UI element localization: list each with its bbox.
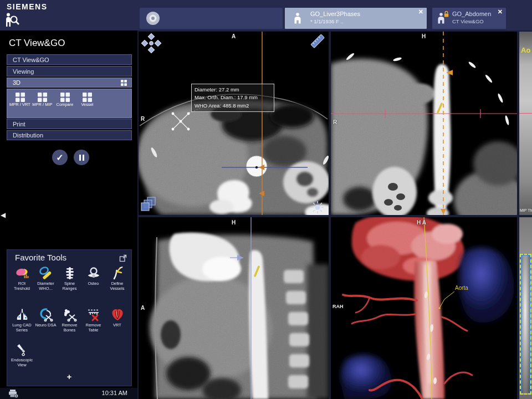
tool-roi-threshold[interactable]: ROI Treshold (10, 265, 34, 291)
orientation-label-left: RAH (332, 304, 344, 309)
layout-label: MPR / VRT (9, 103, 31, 108)
tool-label: Osteo (81, 281, 105, 286)
tool-label: Spine Ranges (58, 281, 81, 291)
tool-label: Diameter WHO... (34, 281, 58, 291)
measurement-line: Diameter: 27.2 mm (195, 86, 271, 94)
layout-mpr-vrt-button[interactable]: MPR / VRT (9, 91, 31, 117)
patient-browser-button[interactable] (140, 8, 283, 29)
vrt-3d-image (331, 217, 517, 399)
tool-label: Neuro DSA (34, 323, 58, 328)
tool-spine-ranges[interactable]: Spine Ranges (58, 265, 81, 291)
menu-item-3d[interactable]: 3D (7, 78, 132, 88)
tab-close-icon[interactable]: ✕ (418, 8, 423, 16)
orientation-label-top: H A (417, 219, 426, 226)
sidebar: CT View&GO CT View&GO Viewing 3D MPR / V… (0, 30, 137, 388)
tab-subtitle: * 1/1/1936 F .. (310, 18, 344, 24)
confirm-button[interactable]: ✓ (52, 150, 68, 165)
ct-sagittal-image (139, 217, 329, 399)
patient-search-icon[interactable] (4, 12, 21, 28)
orientation-label-left: R (141, 116, 145, 122)
tab-title: GO_Liver3Phases (310, 11, 360, 17)
tool-osteo[interactable]: Osteo (81, 265, 105, 291)
tool-row: Endoscopic View (10, 342, 34, 367)
orientation-label-left: R (333, 119, 337, 125)
tool-label: VRT (105, 323, 129, 328)
menu-item-print[interactable]: Print (7, 119, 132, 129)
pause-button[interactable] (74, 150, 89, 165)
tool-vrt[interactable]: VRT (105, 307, 129, 332)
siemens-logo: SIEMENS (7, 2, 48, 11)
status-bar: 10:31 AM (0, 388, 137, 399)
tool-define-vessels[interactable]: Define Vessels (105, 265, 129, 291)
layout-grid-icon (16, 93, 25, 102)
tab-close-icon[interactable]: ✕ (498, 8, 503, 16)
printer-icon[interactable] (8, 389, 19, 398)
viewport-curved-mpr-bottom[interactable] (519, 217, 532, 399)
vrt-icon (110, 308, 125, 322)
patient-tab-liver3phases[interactable]: GO_Liver3Phases * 1/1/1936 F .. ✕ (285, 8, 427, 29)
reference-line (519, 113, 532, 114)
layout-mpr-mip-button[interactable]: MPR / MIP (32, 91, 54, 117)
menu-item-ct-viewgo[interactable]: CT View&GO (7, 54, 132, 65)
menu-item-3d-label: 3D (13, 79, 21, 86)
page-title: CT View&GO (9, 38, 65, 49)
tool-label: ROI Treshold (10, 281, 34, 291)
clock-time: 10:31 AM (102, 390, 127, 396)
tool-row: Lung CAD Series Neuro DSA (10, 307, 129, 332)
layout-compare-button[interactable]: Compare (54, 91, 76, 117)
viewport-axial[interactable]: A R Diameter: 27.2 mm Max. Orth. Diam.: … (139, 32, 329, 215)
tool-lung-cad-series[interactable]: Lung CAD Series (10, 307, 34, 332)
viewport-coronal[interactable]: H R (331, 32, 517, 215)
tool-diameter-who[interactable]: Diameter WHO... (34, 265, 58, 291)
lock-icon (443, 11, 449, 18)
layout-label: Vessel (76, 103, 99, 108)
series-stack-icon[interactable] (141, 197, 157, 212)
viewport-vrt-3d[interactable]: H A RAH Aorta (331, 217, 517, 399)
tool-row: ROI Treshold Diameter WHO... (10, 265, 129, 291)
pause-icon (79, 155, 84, 161)
favorite-tools-panel: Favorite Tools ROI Treshold (7, 249, 132, 386)
top-bar: SIEMENS GO_Liver3Phases * 1/1/1936 F .. … (0, 0, 532, 30)
application-window: SIEMENS GO_Liver3Phases * 1/1/1936 F .. … (0, 0, 532, 399)
viewport-curved-mpr-top[interactable]: Ao MIP Th (519, 32, 532, 215)
menu-item-viewing[interactable]: Viewing (7, 66, 132, 76)
ct-axial-image (139, 32, 329, 215)
menu-item-distribution[interactable]: Distribution (7, 130, 132, 140)
favorite-tools-title: Favorite Tools (15, 253, 66, 262)
ruler-tool-icon[interactable] (308, 33, 327, 49)
tool-remove-bones[interactable]: Remove Bones (58, 307, 81, 332)
add-tool-button[interactable]: + (7, 372, 131, 381)
selected-segment-box (520, 254, 531, 395)
patient-icon (294, 13, 301, 24)
remove-table-icon (86, 308, 101, 322)
spine-ranges-icon (63, 266, 77, 280)
ct-coronal-image (331, 32, 517, 215)
tab-title: GO_Abdomen (452, 11, 491, 17)
windowing-brightness-icon[interactable] (310, 200, 325, 214)
roi-threshold-icon (15, 266, 29, 280)
orientation-label-left: A (141, 305, 145, 311)
selected-segment-inner-border (521, 255, 530, 393)
tool-endoscopic-view[interactable]: Endoscopic View (10, 342, 34, 367)
layout-grid-icon (121, 80, 127, 86)
patient-tab-abdomen[interactable]: GO_Abdomen CT View&GO ✕ (432, 8, 506, 29)
viewport-sagittal[interactable]: H A (139, 217, 329, 399)
pan-navigator-icon[interactable] (141, 33, 162, 54)
diameter-who-icon (39, 266, 53, 280)
sidebar-collapse-arrow[interactable]: ◀ (1, 211, 6, 219)
undock-panel-icon[interactable] (119, 254, 127, 262)
tool-label: Remove Table (81, 323, 105, 332)
measurement-line: Max. Orth. Diam.: 17.9 mm (195, 94, 271, 101)
mip-mode-label: MIP Th (520, 208, 532, 212)
define-vessels-icon (110, 266, 125, 280)
endoscopic-view-icon (15, 342, 29, 357)
tool-label: Lung CAD Series (10, 323, 34, 332)
aorta-annotation-label[interactable]: Aorta (455, 285, 468, 291)
vessel-label: Ao (521, 46, 530, 54)
layout-vessel-button[interactable]: Vessel (76, 91, 99, 117)
tool-neuro-dsa[interactable]: Neuro DSA (34, 307, 58, 332)
measurement-annotation[interactable]: Diameter: 27.2 mm Max. Orth. Diam.: 17.9… (191, 84, 274, 112)
tool-label: Endoscopic View (10, 357, 34, 367)
layout-grid-icon (38, 93, 47, 102)
tool-remove-table[interactable]: Remove Table (81, 307, 105, 332)
